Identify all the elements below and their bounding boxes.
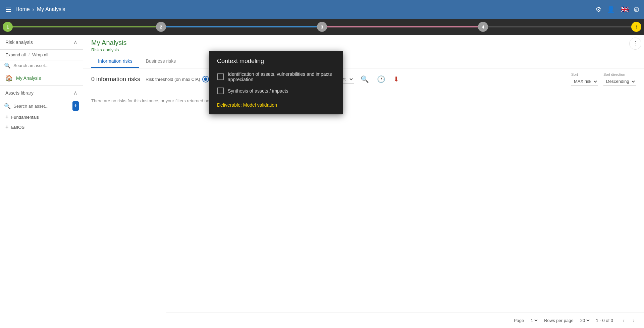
modal-checkbox-2[interactable]: [217, 88, 224, 94]
search-button[interactable]: 🔍: [359, 74, 370, 85]
assets-library-section: Assets library ∧ 🔍 + + Fundamentals + EB…: [0, 85, 83, 132]
tree-item-fundamentals[interactable]: + Fundamentals: [0, 112, 83, 122]
top-navigation: ☰ Home › My Analysis ⚙ 👤 🇬🇧 ⎚: [0, 0, 644, 19]
risk-analysis-title: Risk analysis: [5, 40, 33, 45]
modal-item-2-label: Synthesis of assets / impacts: [228, 88, 288, 94]
tree-item-ebios[interactable]: + EBIOS: [0, 122, 83, 132]
sort-field-group: Sort MAX risk: [571, 72, 598, 86]
flag-icon[interactable]: 🇬🇧: [621, 5, 629, 13]
rows-per-page-dropdown[interactable]: 20: [579, 318, 591, 323]
actions-separator: /: [29, 52, 30, 57]
radio-dot-1: [204, 77, 207, 81]
sort-field-label: Sort: [571, 72, 598, 76]
progress-step-3[interactable]: 3: [317, 22, 327, 32]
page-label: Page: [514, 318, 524, 323]
risk-search-icon: 🔍: [4, 62, 11, 69]
modal-title: Context modeling: [217, 58, 335, 65]
progress-step-alert[interactable]: !: [631, 22, 641, 32]
empty-state-message: There are no risks for this instance, or…: [83, 90, 644, 111]
risk-search-input[interactable]: [13, 63, 79, 68]
segment-blue: [161, 26, 322, 28]
assets-search-input[interactable]: [13, 104, 70, 109]
tab-information-risks[interactable]: Information risks: [91, 55, 139, 68]
house-icon: 🏠: [5, 74, 13, 82]
tree-item-ebios-label: EBIOS: [11, 125, 24, 130]
context-modeling-modal: Context modeling Identification of asset…: [209, 51, 343, 114]
risks-toolbar: 0 information risks Risk threshold (on m…: [83, 68, 644, 90]
sidebar-actions-bar: Expand all / Wrap all: [0, 50, 83, 60]
risk-search-row: 🔍: [0, 60, 83, 71]
main-content: My Analysis Risks analysis Information r…: [83, 35, 644, 328]
main-layout: Risk analysis ∧ Expand all / Wrap all 🔍 …: [0, 35, 644, 328]
logout-icon[interactable]: ⎚: [634, 5, 639, 14]
more-options-button[interactable]: ⋮: [629, 38, 641, 50]
prev-page-button[interactable]: ‹: [621, 316, 626, 325]
sort-direction-label: Sort direction: [603, 72, 636, 76]
risks-count-label: 0 information risks: [91, 76, 140, 83]
page-dropdown[interactable]: 1: [529, 318, 539, 323]
rows-per-page-label: Rows per page: [544, 318, 573, 323]
sort-direction-group: Sort direction Descending: [603, 72, 636, 86]
menu-icon[interactable]: ☰: [5, 5, 11, 13]
next-page-button[interactable]: ›: [631, 316, 636, 325]
modal-item-1-label: Identification of assets, vulnerabilitie…: [228, 71, 335, 82]
nav-right: ⚙ 👤 🇬🇧 ⎚: [595, 5, 639, 14]
modal-checkbox-1[interactable]: [217, 73, 224, 80]
progress-step-1[interactable]: 1: [3, 22, 13, 32]
settings-icon[interactable]: ⚙: [595, 5, 601, 13]
sidebar-nav-my-analysis[interactable]: 🏠 My Analysis: [0, 71, 83, 85]
expand-all-link[interactable]: Expand all: [5, 52, 26, 57]
segment-gray: [483, 26, 637, 28]
modal-item-1: Identification of assets, vulnerabilitie…: [217, 71, 335, 82]
assets-section-header: Assets library ∧: [0, 86, 83, 100]
history-button[interactable]: 🕐: [376, 74, 387, 85]
nav-left: ☰ Home › My Analysis: [5, 5, 595, 13]
main-page-title: My Analysis: [91, 39, 636, 47]
deliverable-link[interactable]: Deliverable: Model validation: [217, 102, 277, 108]
sort-controls: Sort MAX risk Sort direction Descending: [571, 72, 636, 86]
current-page-label: My Analysis: [37, 6, 65, 12]
segment-green: [7, 26, 161, 28]
main-page-subtitle: Risks analysis: [91, 47, 636, 52]
progress-step-2[interactable]: 2: [156, 22, 166, 32]
download-button[interactable]: ⬇: [392, 74, 400, 85]
assets-chevron[interactable]: ∧: [73, 90, 77, 96]
risk-threshold-label: Risk threshold (on max CIA): [146, 77, 200, 82]
assets-library-title: Assets library: [5, 90, 34, 96]
tab-business-risks[interactable]: Business risks: [139, 55, 182, 68]
assets-search-icon: 🔍: [4, 103, 11, 109]
sidebar-nav-label: My Analysis: [16, 75, 41, 81]
risk-analysis-chevron[interactable]: ∧: [73, 39, 77, 45]
wrap-all-link[interactable]: Wrap all: [32, 52, 48, 57]
assets-search-row: 🔍 +: [0, 100, 83, 112]
tree-plus-icon-ebios: +: [5, 124, 8, 130]
page-range-label: 1 - 0 of 0: [596, 318, 613, 323]
main-header: My Analysis Risks analysis Information r…: [83, 35, 644, 68]
add-asset-button[interactable]: +: [72, 101, 79, 111]
risk-analysis-section-header: Risk analysis ∧: [0, 35, 83, 50]
progress-bar: 1 2 3 4 !: [0, 19, 644, 35]
tree-item-fundamentals-label: Fundamentals: [11, 115, 39, 120]
breadcrumb: Home › My Analysis: [15, 6, 65, 12]
progress-step-4[interactable]: 4: [478, 22, 488, 32]
tree-plus-icon-fundamentals: +: [5, 114, 8, 120]
segment-pink: [322, 26, 483, 28]
sidebar: Risk analysis ∧ Expand all / Wrap all 🔍 …: [0, 35, 83, 328]
modal-item-2: Synthesis of assets / impacts: [217, 88, 335, 94]
pagination-bar: Page 1 Rows per page 20 1 - 0 of 0 ‹ ›: [166, 313, 644, 328]
sort-field-select[interactable]: MAX risk: [571, 77, 598, 86]
home-link[interactable]: Home: [15, 6, 30, 12]
sort-direction-select[interactable]: Descending: [603, 77, 636, 86]
user-icon[interactable]: 👤: [607, 5, 615, 13]
radio-btn-1[interactable]: [202, 76, 209, 83]
main-tabs: Information risks Business risks: [91, 55, 636, 68]
breadcrumb-separator: ›: [33, 6, 34, 12]
